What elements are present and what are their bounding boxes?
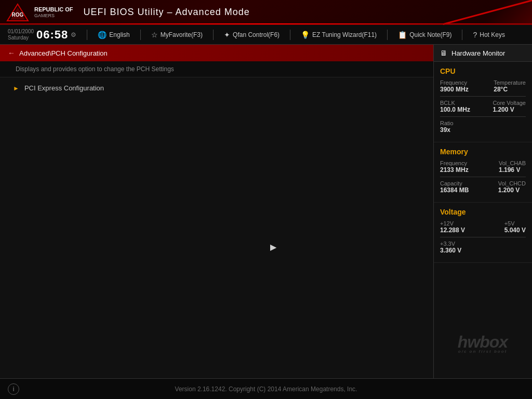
- voltage-5v-label: +5V: [504, 220, 526, 227]
- wand-icon: 💡: [301, 31, 310, 39]
- memory-section: Memory Frequency 2133 MHz Vol_CHAB 1.196…: [434, 142, 532, 203]
- svg-text:ROG: ROG: [12, 12, 24, 18]
- cpu-temperature-value: 28°C: [494, 86, 526, 93]
- hw-monitor-header: 🖥 Hardware Monitor: [434, 45, 532, 62]
- hotkeys-icon: ?: [473, 31, 477, 39]
- cpu-temperature-label: Temperature: [494, 79, 526, 86]
- voltage-section: Voltage +12V 12.288 V +5V 5.040 V +3.3V …: [434, 203, 532, 263]
- memory-volchab-label: Vol_CHAB: [499, 160, 526, 166]
- memory-capacity-label: Capacity: [440, 180, 469, 187]
- divider-1: [87, 30, 87, 40]
- memory-volchcd-value: 1.200 V: [498, 187, 526, 194]
- bios-title: UEFI BIOS Utility – Advanced Mode: [84, 7, 250, 18]
- qfan-button[interactable]: ✦ Qfan Control(F6): [224, 31, 280, 39]
- rog-logo-icon: ROG: [5, 3, 30, 22]
- fan-icon: ✦: [224, 31, 230, 39]
- divider-5: [387, 30, 388, 40]
- divider-6: [462, 30, 462, 40]
- date-display: 01/01/2000: [8, 29, 34, 35]
- logo-area: ROG REPUBLIC OF GAMERS: [5, 3, 73, 22]
- cpu-ratio-value: 39x: [440, 126, 454, 134]
- cpu-bclk-value: 100.0 MHz: [440, 106, 470, 113]
- main-content: ← Advanced\PCH Configuration Displays an…: [0, 45, 433, 378]
- header: ROG REPUBLIC OF GAMERS UEFI BIOS Utility…: [0, 0, 532, 25]
- cpu-bclk-label: BCLK: [440, 100, 470, 106]
- cpu-core-voltage-label: Core Voltage: [493, 100, 526, 106]
- cpu-bclk-row: BCLK 100.0 MHz Core Voltage 1.200 V: [440, 100, 526, 113]
- description-text: Displays and provides option to change t…: [0, 61, 433, 77]
- monitor-icon: 🖥: [440, 49, 447, 57]
- toolbar: 01/01/2000 Saturday 06:58 ⚙ 🌐 English ☆ …: [0, 25, 532, 45]
- note-icon: 📋: [398, 31, 407, 39]
- settings-icon[interactable]: ⚙: [71, 31, 76, 38]
- memory-volchab-value: 1.196 V: [499, 166, 526, 174]
- cpu-section-title: CPU: [440, 67, 526, 75]
- cpu-core-voltage-value: 1.200 V: [493, 106, 526, 113]
- day-display: Saturday: [8, 35, 34, 41]
- info-button[interactable]: i: [8, 383, 19, 395]
- voltage-12v-value: 12.288 V: [440, 227, 465, 234]
- memory-volchcd-label: Vol_CHCD: [498, 180, 526, 187]
- cpu-ratio-label: Ratio: [440, 120, 454, 126]
- cpu-divider-1: [440, 96, 526, 97]
- version-text: Version 2.16.1242. Copyright (C) 2014 Am…: [175, 385, 357, 393]
- voltage-5v-value: 5.040 V: [504, 227, 526, 234]
- voltage-12v-label: +12V: [440, 220, 465, 227]
- divider-4: [290, 30, 290, 40]
- divider-2: [140, 30, 141, 40]
- voltage-33v-value: 3.360 V: [440, 247, 461, 254]
- cpu-divider-2: [440, 116, 526, 117]
- expand-arrow-icon: ►: [13, 85, 19, 92]
- favorite-icon: ☆: [151, 31, 158, 39]
- voltage-33v-label: +3.3V: [440, 241, 461, 247]
- clock-display: 06:58: [36, 28, 68, 42]
- voltage-divider: [440, 237, 526, 237]
- hardware-monitor-panel: 🖥 Hardware Monitor CPU Frequency 3900 MH…: [433, 45, 532, 378]
- voltage-33v-row: +3.3V 3.360 V: [440, 241, 526, 254]
- my-favorite-button[interactable]: ☆ MyFavorite(F3): [151, 31, 203, 39]
- footer-bar: i Version 2.16.1242. Copyright (C) 2014 …: [0, 378, 532, 399]
- language-selector[interactable]: 🌐 English: [98, 31, 129, 39]
- globe-icon: 🌐: [98, 31, 107, 39]
- memory-frequency-value: 2133 MHz: [440, 166, 469, 174]
- hot-keys-button[interactable]: ? Hot Keys: [473, 31, 504, 39]
- memory-freq-row: Frequency 2133 MHz Vol_CHAB 1.196 V: [440, 160, 526, 174]
- breadcrumb: ← Advanced\PCH Configuration: [0, 45, 433, 61]
- memory-frequency-label: Frequency: [440, 160, 469, 166]
- cpu-section: CPU Frequency 3900 MHz Temperature 28°C …: [434, 62, 532, 142]
- ez-tuning-button[interactable]: 💡 EZ Tuning Wizard(F11): [301, 31, 377, 39]
- voltage-12v-row: +12V 12.288 V +5V 5.040 V: [440, 220, 526, 234]
- time-area: 01/01/2000 Saturday 06:58 ⚙: [8, 28, 76, 42]
- mouse-cursor: ▶: [270, 242, 276, 252]
- cpu-freq-row: Frequency 3900 MHz Temperature 28°C: [440, 79, 526, 93]
- cpu-frequency-value: 3900 MHz: [440, 86, 469, 93]
- config-area: ► PCI Express Configuration: [0, 77, 433, 99]
- memory-capacity-row: Capacity 16384 MB Vol_CHCD 1.200 V: [440, 180, 526, 194]
- pci-express-config-item[interactable]: ► PCI Express Configuration: [0, 80, 433, 96]
- hwbox-watermark: hwbox o/c on first boot: [433, 330, 532, 356]
- voltage-section-title: Voltage: [440, 208, 526, 216]
- back-arrow-icon[interactable]: ←: [8, 49, 15, 57]
- cpu-ratio-row: Ratio 39x: [440, 120, 526, 134]
- cpu-frequency-label: Frequency: [440, 79, 469, 86]
- memory-capacity-value: 16384 MB: [440, 187, 469, 194]
- logo-text: REPUBLIC OF GAMERS: [34, 6, 73, 19]
- divider-3: [213, 30, 214, 40]
- quick-note-button[interactable]: 📋 Quick Note(F9): [398, 31, 451, 39]
- memory-section-title: Memory: [440, 148, 526, 156]
- memory-divider: [440, 177, 526, 177]
